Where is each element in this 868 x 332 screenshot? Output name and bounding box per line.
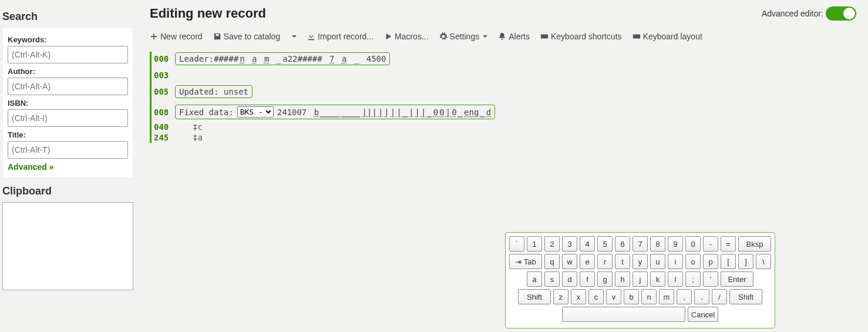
key-7[interactable]: 7 [633, 236, 648, 251]
title-input[interactable] [8, 141, 128, 159]
key-enter[interactable]: Enter [721, 271, 753, 287]
fixed-data-part[interactable]: 0 [439, 108, 444, 117]
key-[interactable]: , [677, 289, 692, 304]
key-v[interactable]: v [606, 289, 621, 304]
save-dropdown[interactable] [291, 35, 297, 38]
fixed-data-box[interactable]: Fixed data: BKS - 241007 b ____ ____ |||… [175, 105, 495, 119]
fixed-data-part[interactable]: _ [480, 108, 485, 117]
fixed-data-part[interactable]: | [409, 108, 413, 117]
leader-part[interactable]: n [240, 54, 244, 63]
key-3[interactable]: 3 [562, 236, 577, 251]
key-bksp[interactable]: Bksp [738, 236, 771, 251]
key-p[interactable]: p [703, 254, 718, 269]
key-i[interactable]: i [668, 254, 683, 269]
leader-box[interactable]: Leader:##### n a m _ a22##### 7 a _ 4500 [175, 52, 390, 65]
key-c[interactable]: c [588, 289, 604, 304]
fixed-data-part[interactable]: | [391, 108, 395, 117]
key-[interactable]: [ [721, 254, 736, 269]
key-shift[interactable]: Shift [518, 289, 551, 304]
fixed-data-part[interactable]: | [384, 108, 389, 117]
key-f[interactable]: f [580, 271, 595, 287]
key-b[interactable]: b [624, 289, 639, 304]
key-h[interactable]: h [615, 271, 630, 287]
key-6[interactable]: 6 [615, 236, 630, 251]
fixed-data-part[interactable]: _ [403, 108, 408, 117]
fixed-data-part[interactable]: | [421, 108, 426, 117]
subfield-040c[interactable]: ‡c [193, 122, 203, 132]
key-[interactable]: = [721, 236, 736, 251]
key-[interactable]: - [703, 236, 718, 251]
layout-button[interactable]: Keyboard layout [633, 32, 702, 41]
new-record-button[interactable]: New record [150, 32, 203, 41]
key-shift[interactable]: Shift [729, 289, 762, 304]
fixed-data-part[interactable]: | [396, 108, 401, 117]
save-button[interactable]: Save to catalog [213, 32, 281, 41]
fixed-data-part[interactable]: 0 [433, 108, 438, 117]
key-n[interactable]: n [641, 289, 657, 304]
key-[interactable]: ; [685, 271, 701, 287]
fixed-data-select[interactable]: BKS - [237, 106, 274, 118]
key-o[interactable]: o [685, 254, 701, 269]
key-z[interactable]: z [553, 289, 568, 304]
key-q[interactable]: q [544, 254, 560, 269]
key-w[interactable]: w [562, 254, 577, 269]
key-[interactable]: ] [738, 254, 753, 269]
shortcuts-button[interactable]: Keyboard shortcuts [540, 32, 622, 41]
subfield-245a[interactable]: ‡a [193, 133, 203, 142]
author-input[interactable] [8, 78, 128, 95]
fixed-data-part[interactable]: _ [427, 108, 432, 117]
fixed-data-part[interactable]: eng [464, 108, 479, 117]
advanced-editor-toggle[interactable] [826, 6, 856, 21]
leader-part[interactable]: m [264, 54, 269, 63]
key-a[interactable]: a [527, 271, 542, 287]
key-2[interactable]: 2 [544, 236, 560, 251]
key-0[interactable]: 0 [685, 236, 701, 251]
fixed-data-part[interactable]: _ [458, 108, 463, 117]
clipboard-textarea[interactable] [2, 202, 133, 290]
key-s[interactable]: s [544, 271, 560, 287]
settings-button[interactable]: Settings [439, 32, 488, 41]
key-r[interactable]: r [597, 254, 613, 269]
import-button[interactable]: Import record... [307, 32, 374, 41]
key-[interactable]: . [694, 289, 709, 304]
fixed-data-part[interactable]: | [415, 108, 420, 117]
key-cancel[interactable]: Cancel [688, 307, 718, 322]
alerts-button[interactable]: Alerts [498, 32, 530, 41]
advanced-link[interactable]: Advanced » [8, 162, 54, 172]
key-d[interactable]: d [562, 271, 577, 287]
fixed-data-part[interactable]: b [314, 108, 319, 117]
key-g[interactable]: g [597, 271, 613, 287]
leader-part[interactable]: a [252, 54, 257, 63]
key-u[interactable]: u [650, 254, 665, 269]
key-e[interactable]: e [580, 254, 595, 269]
fixed-data-part[interactable]: | [378, 108, 383, 117]
key-5[interactable]: 5 [597, 236, 613, 251]
key-k[interactable]: k [650, 271, 665, 287]
key-l[interactable]: l [668, 271, 683, 287]
key-space[interactable] [562, 307, 685, 322]
key-y[interactable]: y [633, 254, 648, 269]
key-4[interactable]: 4 [580, 236, 595, 251]
key-[interactable]: / [712, 289, 727, 304]
leader-part[interactable]: 7 [329, 54, 334, 63]
key-[interactable]: ' [703, 271, 718, 287]
keywords-input[interactable] [8, 46, 128, 63]
isbn-input[interactable] [8, 109, 128, 127]
fixed-data-part[interactable]: ____ [341, 108, 361, 117]
key-[interactable]: ` [509, 236, 524, 251]
key-j[interactable]: j [633, 271, 648, 287]
key-t[interactable]: t [615, 254, 630, 269]
updated-box[interactable]: Updated: unset [175, 85, 253, 98]
key-1[interactable]: 1 [527, 236, 542, 251]
key-tab[interactable]: ⇥ Tab [509, 254, 542, 269]
key-9[interactable]: 9 [668, 236, 683, 251]
marc-editor[interactable]: 000 Leader:##### n a m _ a22##### 7 a _ … [150, 52, 856, 143]
fixed-data-part[interactable]: ||| [362, 108, 377, 117]
key-m[interactable]: m [659, 289, 674, 304]
fixed-data-part[interactable]: 0 [452, 108, 456, 117]
key-x[interactable]: x [571, 289, 586, 304]
leader-part[interactable]: a [342, 54, 346, 63]
key-8[interactable]: 8 [650, 236, 665, 251]
key-[interactable]: \ [756, 254, 771, 269]
fixed-data-part[interactable]: | [446, 108, 450, 117]
